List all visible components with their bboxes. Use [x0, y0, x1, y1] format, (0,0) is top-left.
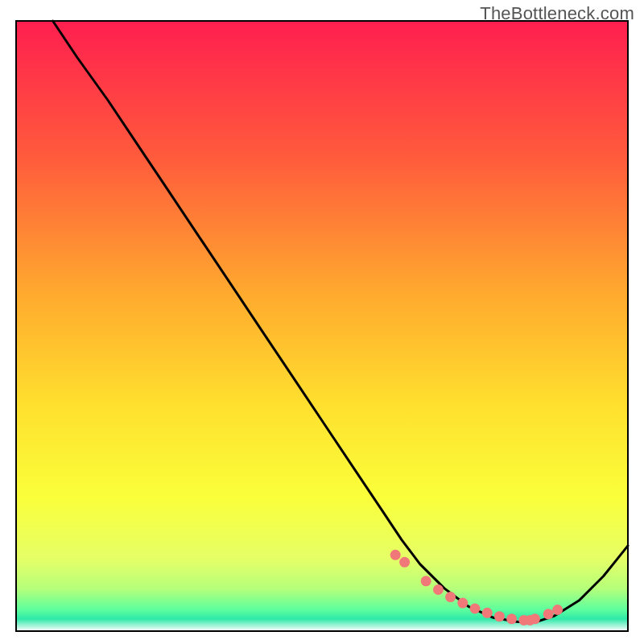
marker-dot [482, 608, 493, 618]
plot-background [16, 21, 628, 631]
marker-dot [506, 613, 517, 624]
marker-dot [543, 609, 554, 619]
chart-svg [0, 0, 644, 644]
watermark-text: TheBottleneck.com [480, 3, 634, 24]
marker-dot [470, 604, 481, 614]
marker-dot [390, 550, 401, 560]
marker-dot [399, 557, 410, 568]
marker-dot [457, 598, 468, 609]
marker-dot [445, 592, 456, 602]
marker-dot [552, 605, 563, 615]
chart-container: TheBottleneck.com [0, 0, 644, 644]
marker-dot [494, 611, 505, 621]
marker-dot [421, 576, 431, 586]
marker-dot [530, 613, 540, 624]
marker-dot [433, 584, 444, 595]
